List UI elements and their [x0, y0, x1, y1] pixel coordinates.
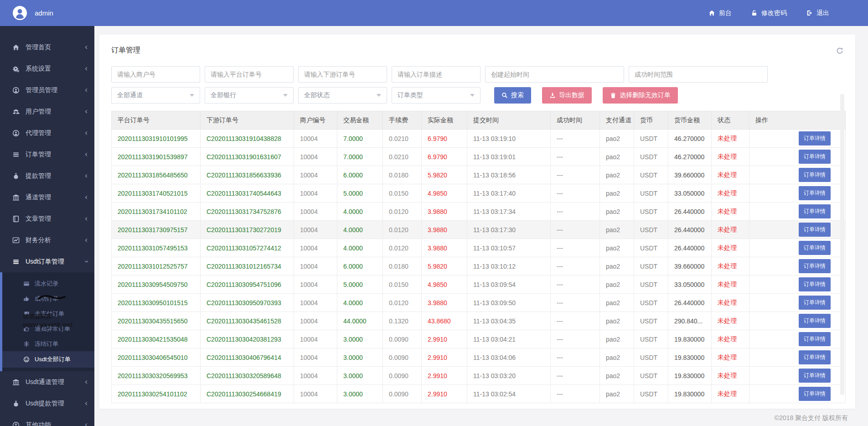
order-detail-button[interactable]: 订单详情 — [799, 223, 831, 237]
sidebar-item-label: 其他功能 — [26, 421, 85, 426]
sidebar-item-finance-analysis[interactable]: 财务分析‹ — [0, 229, 94, 251]
footer-copyright: ©2018 聚合支付 版权所有 — [99, 414, 855, 422]
status-select[interactable]: 全部状态 — [298, 87, 387, 104]
cell-fee: 0.1320 — [383, 312, 422, 330]
order-detail-button[interactable]: 订单详情 — [799, 387, 831, 401]
submenu-item-unpaid-orders[interactable]: 未支付订单 — [2, 306, 94, 321]
delete-invalid-orders-button[interactable]: 选择删除无效订单 — [603, 87, 678, 104]
order-detail-button[interactable]: 订单详情 — [799, 186, 831, 200]
channel-select[interactable]: 全部通道 — [111, 87, 200, 104]
cell-fee: 0.0150 — [383, 184, 422, 203]
cell-currency: USDT — [634, 203, 668, 221]
order-detail-button[interactable]: 订单详情 — [799, 150, 831, 164]
order-desc-input[interactable] — [392, 66, 480, 83]
cell-platform_order_no: 20201113030950101515 — [112, 294, 201, 312]
order-detail-button[interactable]: 订单详情 — [799, 369, 831, 383]
cell-status: 未处理 — [712, 367, 749, 385]
cell-currency_amount: 46.270000 — [668, 148, 712, 166]
cell-trade_amount: 4.0000 — [337, 239, 383, 257]
sidebar-item-admin-home[interactable]: 管理首页‹ — [0, 36, 94, 58]
sidebar-item-withdrawal-management[interactable]: 提款管理‹ — [0, 165, 94, 187]
order-detail-button[interactable]: 订单详情 — [799, 332, 831, 346]
sidebar-item-usdt-channel-management[interactable]: Usdt通道管理‹ — [0, 371, 94, 393]
download-icon — [549, 92, 556, 99]
submenu-item-label: Usdt全部订单 — [35, 355, 71, 364]
card-scrollbar[interactable] — [840, 94, 844, 395]
navbar-link-change-password[interactable]: 修改密码 — [751, 9, 787, 17]
sidebar-item-agent-management[interactable]: 代理管理‹ — [0, 122, 94, 144]
caret-down-icon — [470, 94, 475, 97]
cell-platform_order_no: 20201113031901539897 — [112, 148, 201, 166]
order-detail-button[interactable]: 订单详情 — [799, 259, 831, 273]
cell-trade_amount: 7.0000 — [337, 148, 383, 166]
navbar-link-logout[interactable]: 退出 — [806, 9, 829, 17]
sidebar-item-other-functions[interactable]: 其他功能‹ — [0, 414, 94, 426]
submenu-item-label: 成功订单 — [35, 295, 58, 303]
order-detail-button[interactable]: 订单详情 — [799, 350, 831, 364]
create-time-input[interactable] — [485, 66, 624, 83]
cell-fee: 0.0120 — [383, 294, 422, 312]
sidebar-item-usdt-order-management[interactable]: Usdt订单管理‹ — [0, 251, 94, 272]
filter-actions-row: 全部通道全部银行全部状态订单类型 搜索 导出数据 选择删除无效订单 — [111, 87, 843, 104]
search-button[interactable]: 搜索 — [494, 87, 531, 104]
sidebar-item-article-management[interactable]: 文章管理‹ — [0, 208, 94, 229]
submenu-item-notify-abnormal-orders[interactable]: 通知异常订单 — [2, 321, 94, 336]
sidebar-item-usdt-withdrawal-management[interactable]: Usdt提款管理‹ — [0, 393, 94, 414]
user-avatar-icon[interactable] — [13, 6, 27, 20]
submenu-item-frozen-orders[interactable]: 冻结订单 — [2, 336, 94, 351]
order-detail-button[interactable]: 订单详情 — [799, 314, 831, 328]
cell-platform_order_no: 20201113030254101102 — [112, 385, 201, 403]
cell-currency_amount: 19.830000 — [668, 330, 712, 348]
cell-pay_channel: pao2 — [600, 130, 634, 148]
column-header-merchant_no: 商户编号 — [294, 111, 337, 130]
cell-downstream_order_no: C20201113030320589648 — [201, 367, 294, 385]
order-detail-button[interactable]: 订单详情 — [799, 168, 831, 182]
chevron-left-icon: ‹ — [85, 150, 88, 158]
sidebar-item-label: 文章管理 — [26, 215, 85, 223]
chevron-left-icon: ‹ — [85, 107, 88, 115]
refresh-icon[interactable] — [836, 47, 843, 54]
submenu-item-usdt-all-orders[interactable]: Usdt全部订单 — [2, 351, 94, 368]
cell-submit_time: 11-13 03:17:34 — [467, 203, 551, 221]
book-icon — [12, 215, 20, 223]
merchant-no-input[interactable] — [111, 66, 200, 83]
sidebar-item-user-management[interactable]: 用户管理‹ — [0, 101, 94, 122]
cell-actual_amount: 5.9820 — [422, 257, 467, 275]
table-row: 20201113031740521015C2020111303174054464… — [112, 184, 846, 203]
export-data-button[interactable]: 导出数据 — [542, 87, 592, 104]
submenu-item-flow-records[interactable]: 流水记录 — [2, 276, 94, 291]
success-time-input[interactable] — [629, 66, 768, 83]
order-detail-button[interactable]: 订单详情 — [799, 131, 831, 145]
navbar-link-frontend[interactable]: 前台 — [708, 9, 732, 17]
cell-pay_channel: pao2 — [600, 166, 634, 184]
sidebar-item-admin-management[interactable]: 管理员管理‹ — [0, 79, 94, 101]
cell-currency: USDT — [634, 130, 668, 148]
trash-icon — [610, 92, 616, 99]
sidebar-item-channel-management[interactable]: 通道管理‹ — [0, 187, 94, 208]
table-row: 20201113031730975157C2020111303173027201… — [112, 221, 846, 239]
smiley-icon — [23, 356, 30, 363]
bank-select[interactable]: 全部银行 — [205, 87, 294, 104]
bars-icon — [12, 258, 20, 265]
sidebar-item-label: 订单管理 — [26, 151, 85, 159]
order-detail-button[interactable]: 订单详情 — [799, 204, 831, 218]
order-detail-button[interactable]: 订单详情 — [799, 277, 831, 291]
platform-order-no-input[interactable] — [205, 66, 294, 83]
order-type-select[interactable]: 订单类型 — [392, 87, 480, 104]
cell-currency: USDT — [634, 184, 668, 203]
column-header-currency_amount: 货币金额 — [668, 111, 712, 130]
cell-submit_time: 11-13 03:09:54 — [467, 275, 551, 294]
cell-trade_amount: 4.0000 — [337, 203, 383, 221]
submenu-item-success-orders[interactable]: 成功订单 — [2, 291, 94, 306]
cell-success_time: --- — [551, 130, 600, 148]
sidebar-item-system-settings[interactable]: 系统设置‹ — [0, 58, 94, 79]
cell-pay_channel: pao2 — [600, 275, 634, 294]
sidebar-item-order-management[interactable]: 订单管理‹ — [0, 144, 94, 165]
cell-status: 未处理 — [712, 239, 749, 257]
cell-success_time: --- — [551, 203, 600, 221]
order-detail-button[interactable]: 订单详情 — [799, 241, 831, 255]
cell-fee: 0.0120 — [383, 203, 422, 221]
order-detail-button[interactable]: 订单详情 — [799, 296, 831, 310]
downstream-order-no-input[interactable] — [298, 66, 387, 83]
table-row: 20201113031910101995C2020111303191043882… — [112, 130, 846, 148]
